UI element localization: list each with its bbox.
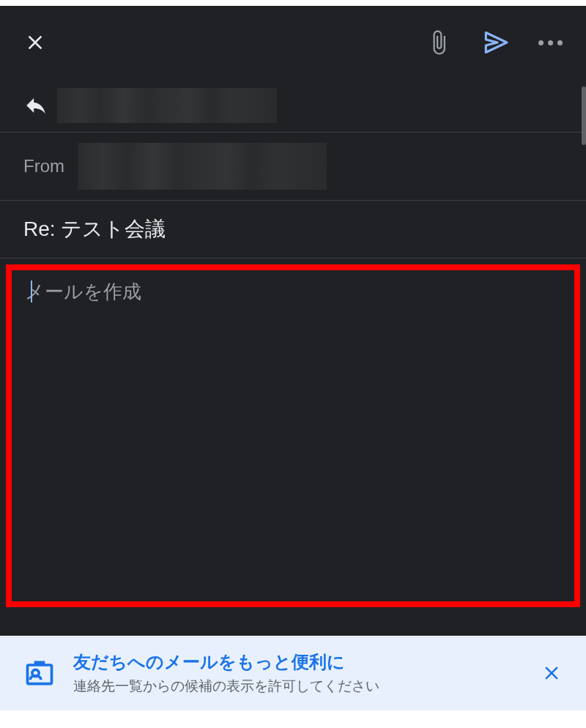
compose-toolbar	[0, 6, 586, 79]
from-row[interactable]: From	[0, 133, 586, 201]
close-icon[interactable]	[23, 31, 47, 54]
from-label: From	[23, 156, 64, 177]
svg-rect-2	[34, 661, 45, 666]
contacts-permission-banner: 友だちへのメールをもっと便利に 連絡先一覧からの候補の表示を許可してください	[0, 636, 586, 710]
scrollbar[interactable]	[582, 86, 586, 145]
body-highlight-border	[6, 264, 580, 607]
text-cursor	[31, 281, 32, 302]
reply-icon	[23, 93, 48, 118]
recipient-redacted	[57, 88, 277, 123]
compose-body-input[interactable]	[12, 270, 574, 601]
subject-row[interactable]: Re: テスト会議	[0, 201, 586, 259]
send-icon[interactable]	[481, 29, 509, 56]
banner-text-container[interactable]: 友だちへのメールをもっと便利に 連絡先一覧からの候補の表示を許可してください	[73, 650, 523, 696]
banner-title: 友だちへのメールをもっと便利に	[73, 650, 523, 674]
recipient-row[interactable]	[0, 79, 586, 133]
banner-subtitle: 連絡先一覧からの候補の表示を許可してください	[73, 677, 523, 696]
subject-text: Re: テスト会議	[23, 218, 166, 240]
contact-card-icon	[23, 657, 56, 689]
from-redacted	[78, 143, 327, 190]
banner-close-icon[interactable]	[541, 662, 563, 684]
more-icon[interactable]	[538, 40, 563, 45]
attach-icon[interactable]	[426, 29, 452, 56]
